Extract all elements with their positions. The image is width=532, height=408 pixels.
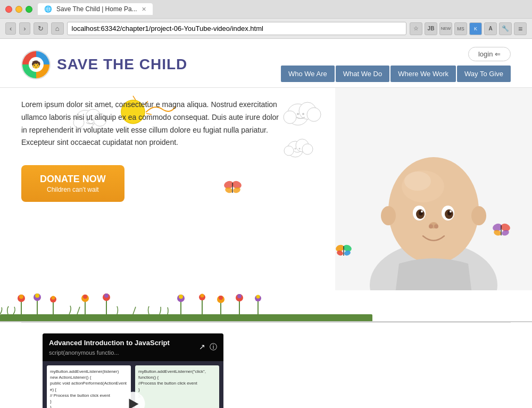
new-icon[interactable]: NEW [439, 22, 452, 35]
svg-point-83 [237, 294, 242, 298]
nav-menu: Who We Are What We Do Where We Work Way … [281, 66, 511, 82]
site-title: SAVE THE CHILD [57, 56, 187, 73]
browser-chrome: 🌐 Save The Child | Home Pa... ✕ ‹ › ↻ ⌂ … [0, 0, 532, 39]
play-triangle-icon [129, 398, 139, 408]
nav-bar: ‹ › ↻ ⌂ ☆ JB NEW MS K A 🔧 ≡ [0, 19, 532, 38]
jb-icon[interactable]: JB [425, 22, 437, 35]
donate-main-label: DONATE NOW [40, 174, 106, 185]
nav-who-we-are[interactable]: Who We Are [281, 66, 335, 82]
url-bar[interactable] [67, 22, 406, 35]
video-preview: myButton.addEventListener(listener) new … [43, 361, 223, 408]
minimize-button[interactable] [15, 6, 22, 13]
svg-point-80 [219, 296, 223, 300]
donate-sub-label: Children can't wait [40, 186, 106, 193]
svg-rect-56 [0, 314, 372, 322]
nav-where-we-work[interactable]: Where We Work [390, 66, 456, 82]
logo-area: 🧒 SAVE THE CHILD [21, 50, 187, 79]
video-title-bar: Advanced Introduction to JavaScript scri… [43, 333, 223, 361]
close-button[interactable] [5, 6, 12, 13]
donate-button[interactable]: DONATE NOW Children can't wait [21, 165, 124, 202]
svg-point-68 [83, 295, 87, 299]
hero-section: Lorem ipsum dolor sit amet, consectetur … [0, 88, 532, 290]
video-player: Advanced Introduction to JavaScript scri… [43, 333, 223, 408]
video-player-title: Advanced Introduction to JavaScript [49, 339, 170, 347]
svg-point-41 [429, 224, 433, 229]
code-block-left: myButton.addEventListener(listener) new … [47, 365, 131, 408]
video-action-icons: ↗ ⓘ [199, 342, 217, 352]
login-button[interactable]: login ⇐ [468, 47, 511, 61]
browser-tab[interactable]: 🌐 Save The Child | Home Pa... ✕ [38, 3, 153, 15]
svg-point-59 [19, 295, 23, 299]
nav-what-we-do[interactable]: What We Do [336, 66, 389, 82]
video-title-area: Advanced Introduction to JavaScript scri… [49, 338, 199, 357]
flowers-svg [0, 290, 372, 322]
video-section: Advanced Introduction to JavaScript scri… [0, 323, 532, 408]
svg-point-74 [179, 295, 183, 299]
kasp-icon[interactable]: K [469, 22, 482, 35]
refresh-button[interactable]: ↻ [34, 22, 48, 35]
video-left: Advanced Introduction to JavaScript scri… [43, 333, 511, 408]
bookmark-icon[interactable]: ☆ [410, 22, 422, 35]
nav-way-to-give[interactable]: Way To Give [457, 66, 511, 82]
nav-icons: ☆ JB NEW MS K A 🔧 ≡ [410, 22, 527, 35]
tab-close-icon[interactable]: ✕ [142, 6, 146, 13]
flowers-row [0, 290, 532, 322]
back-button[interactable]: ‹ [5, 22, 16, 35]
forward-button[interactable]: › [19, 22, 30, 35]
logo-circle: 🧒 [21, 50, 51, 79]
title-bar: 🌐 Save The Child | Home Pa... ✕ [0, 0, 532, 19]
site-header: 🧒 SAVE THE CHILD login ⇐ Who We Are What… [0, 39, 532, 88]
svg-point-42 [434, 224, 438, 229]
tab-title: Save The Child | Home Pa... [56, 5, 137, 13]
spacer [21, 333, 27, 408]
hero-text: Lorem ipsum dolor sit amet, consectetur … [21, 99, 290, 202]
maximize-button[interactable] [26, 6, 32, 13]
svg-point-77 [201, 294, 204, 298]
home-button[interactable]: ⌂ [51, 22, 64, 35]
hero-body: Lorem ipsum dolor sit amet, consectetur … [21, 99, 280, 149]
info-icon[interactable]: ⓘ [210, 342, 217, 352]
svg-point-71 [104, 293, 109, 298]
code-block-right: myButton.addEventListerner("click", func… [135, 365, 219, 408]
share-icon[interactable]: ↗ [199, 342, 205, 352]
video-title-code: script(anonymous functio... [49, 349, 119, 356]
svg-point-62 [35, 293, 39, 298]
svg-point-86 [256, 295, 260, 299]
header-right: login ⇐ Who We Are What We Do Where We W… [281, 47, 511, 82]
logo-figure-icon: 🧒 [29, 57, 44, 72]
menu-icon[interactable]: ≡ [514, 22, 527, 35]
tab-favicon: 🌐 [44, 5, 52, 13]
hero-content: Lorem ipsum dolor sit amet, consectetur … [0, 88, 532, 213]
ms-icon[interactable]: MS [454, 22, 467, 35]
svg-point-65 [52, 296, 55, 300]
text-icon[interactable]: A [484, 22, 497, 35]
tools-icon[interactable]: 🔧 [499, 22, 512, 35]
window-buttons [5, 6, 32, 13]
page-content: 🧒 SAVE THE CHILD login ⇐ Who We Are What… [0, 39, 532, 408]
